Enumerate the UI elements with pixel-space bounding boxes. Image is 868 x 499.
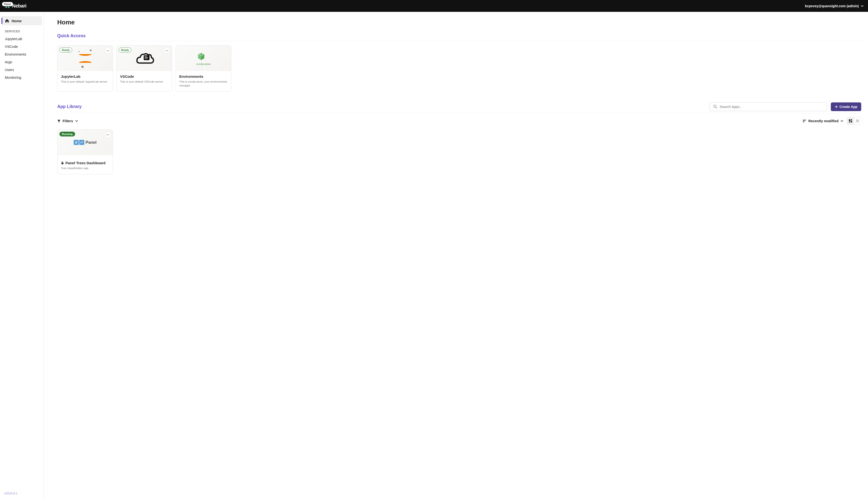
card-title: Environments bbox=[179, 74, 228, 78]
status-badge: Ready bbox=[59, 48, 72, 52]
sidebar-item-vscode[interactable]: VSCode bbox=[1, 43, 42, 50]
chevron-down-icon bbox=[841, 120, 843, 122]
sidebar-item-jupyterlab[interactable]: JupyterLab bbox=[1, 35, 42, 43]
quick-access-title: Quick Access bbox=[57, 33, 861, 41]
card-body: Environments This is conda-store, your e… bbox=[176, 71, 231, 91]
ellipsis-icon bbox=[106, 49, 109, 52]
filters-button[interactable]: Filters bbox=[57, 119, 78, 123]
svg-rect-22 bbox=[849, 119, 851, 121]
svg-rect-24 bbox=[851, 121, 852, 122]
svg-rect-11 bbox=[145, 56, 147, 57]
svg-rect-13 bbox=[145, 58, 147, 59]
toolbar: Filters Recently modified bbox=[57, 117, 861, 125]
svg-point-35 bbox=[76, 141, 77, 142]
card-jupyterlab[interactable]: Ready JupyterLab This is your default Ju bbox=[57, 45, 113, 92]
list-view-button[interactable] bbox=[854, 118, 861, 124]
svg-text:S: S bbox=[200, 53, 202, 56]
list-icon bbox=[856, 119, 859, 123]
svg-point-37 bbox=[76, 143, 77, 144]
card-menu-button[interactable] bbox=[105, 132, 111, 138]
conda-store-label: conda·store bbox=[196, 63, 211, 65]
sort-label: Recently modified bbox=[808, 119, 839, 123]
ellipsis-icon bbox=[106, 133, 109, 136]
card-hero: Ready bbox=[58, 46, 113, 71]
sidebar-item-users[interactable]: Users bbox=[1, 66, 42, 74]
card-menu-button[interactable] bbox=[105, 48, 111, 54]
quick-access-cards: Ready JupyterLab This is your default Ju bbox=[57, 45, 861, 92]
card-desc: This is your default JupyterLab server. bbox=[61, 80, 109, 84]
svg-point-9 bbox=[168, 50, 168, 51]
card-menu-button[interactable] bbox=[164, 48, 170, 54]
svg-point-8 bbox=[167, 50, 167, 51]
status-badge: Ready bbox=[119, 48, 131, 52]
sort-icon bbox=[803, 119, 806, 123]
app-library-title: App Library bbox=[57, 104, 82, 109]
svg-point-4 bbox=[107, 50, 107, 51]
chevron-down-icon bbox=[75, 120, 78, 122]
card-body: JupyterLab This is your default JupyterL… bbox=[58, 71, 113, 88]
ellipsis-icon bbox=[165, 49, 169, 52]
svg-rect-38 bbox=[62, 163, 63, 164]
search-box[interactable] bbox=[710, 102, 827, 111]
card-desc: Tree classification app bbox=[61, 167, 109, 170]
view-toggle bbox=[847, 117, 861, 125]
version-label: v2024.6.1 bbox=[1, 490, 42, 497]
svg-line-16 bbox=[716, 107, 717, 108]
card-title: JupyterLab bbox=[61, 74, 109, 78]
search-input[interactable] bbox=[720, 105, 823, 109]
app-library-cards: Running Panel Panel bbox=[57, 130, 861, 174]
main-content: Home Quick Access Ready bbox=[44, 12, 868, 499]
chevron-down-icon bbox=[861, 4, 864, 8]
sidebar: Home SERVICES JupyterLab VSCode Environm… bbox=[0, 12, 44, 499]
svg-point-6 bbox=[108, 50, 109, 51]
jupyter-icon bbox=[77, 49, 93, 68]
card-environments[interactable]: S conda·store Environments This is conda… bbox=[175, 45, 231, 92]
filters-label: Filters bbox=[63, 119, 73, 123]
svg-point-2 bbox=[5, 6, 7, 8]
create-app-button[interactable]: Create App bbox=[831, 102, 861, 111]
search-icon bbox=[713, 105, 717, 109]
conda-store-icon: S conda·store bbox=[196, 51, 211, 65]
sidebar-item-argo[interactable]: Argo bbox=[1, 58, 42, 66]
card-hero: Running Panel bbox=[58, 130, 113, 155]
grid-icon bbox=[849, 119, 852, 123]
svg-point-29 bbox=[107, 135, 107, 135]
card-body: VSCode This is your default VSCode serve… bbox=[117, 71, 172, 88]
user-label: kcpevey@quansight.com (admin) bbox=[805, 4, 859, 8]
topbar: Nebari kcpevey@quansight.com (admin) bbox=[0, 0, 868, 12]
panel-logo-text: Panel bbox=[85, 140, 96, 145]
sort-button[interactable]: Recently modified bbox=[803, 119, 843, 123]
card-desc: This is conda-store, your environments m… bbox=[179, 80, 228, 87]
svg-rect-25 bbox=[849, 122, 851, 122]
svg-rect-10 bbox=[144, 55, 149, 60]
card-vscode[interactable]: Ready VSCode This is your default VSCode bbox=[117, 45, 172, 92]
svg-point-30 bbox=[108, 135, 108, 135]
card-title: VSCode bbox=[120, 74, 169, 78]
svg-point-5 bbox=[108, 50, 108, 51]
create-app-label: Create App bbox=[840, 105, 857, 109]
svg-point-7 bbox=[166, 50, 167, 51]
svg-rect-23 bbox=[851, 119, 852, 120]
filter-icon bbox=[57, 119, 61, 123]
sidebar-item-monitoring[interactable]: Monitoring bbox=[1, 74, 42, 81]
svg-point-31 bbox=[108, 135, 109, 135]
card-panel-trees[interactable]: Running Panel Panel bbox=[57, 130, 113, 174]
panel-icon: Panel bbox=[74, 140, 96, 145]
plus-icon bbox=[835, 105, 838, 108]
card-body: Panel Panel Trees Dashboard Tree classif… bbox=[58, 155, 113, 174]
status-badge: Running bbox=[59, 132, 75, 136]
card-hero: Ready bbox=[117, 46, 172, 71]
page-title: Home bbox=[57, 19, 861, 26]
code-server-icon bbox=[135, 51, 154, 65]
svg-rect-12 bbox=[145, 57, 148, 58]
sidebar-item-environments[interactable]: Environments bbox=[1, 50, 42, 58]
user-menu[interactable]: kcpevey@quansight.com (admin) bbox=[805, 4, 864, 8]
grid-view-button[interactable] bbox=[847, 118, 854, 124]
svg-point-36 bbox=[75, 142, 76, 143]
sidebar-section-services: SERVICES bbox=[1, 25, 42, 35]
app-library-header: App Library Create App bbox=[57, 102, 861, 111]
svg-point-3 bbox=[8, 6, 10, 8]
sidebar-item-home[interactable]: Home bbox=[1, 16, 42, 25]
card-title: Panel Trees Dashboard bbox=[61, 161, 109, 165]
sidebar-home-label: Home bbox=[12, 19, 22, 23]
